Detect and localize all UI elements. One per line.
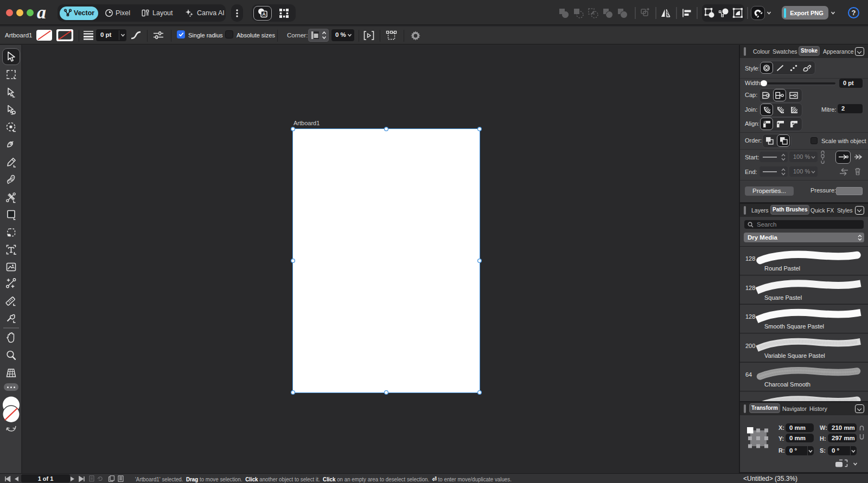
svg-text:Smooth Square Pastel: Smooth Square Pastel <box>764 323 824 330</box>
svg-text:200: 200 <box>745 343 755 349</box>
svg-text:A: A <box>262 11 266 17</box>
svg-text:128: 128 <box>745 285 755 291</box>
svg-text:Square Pastel: Square Pastel <box>764 294 802 301</box>
svg-text:64: 64 <box>745 371 752 378</box>
svg-text:Variable Square Pastel: Variable Square Pastel <box>764 352 825 359</box>
svg-text:Charcoal Smooth: Charcoal Smooth <box>764 381 810 388</box>
svg-text:Round Pastel: Round Pastel <box>764 265 800 272</box>
svg-text:128: 128 <box>745 255 755 262</box>
svg-text:128: 128 <box>745 313 755 320</box>
